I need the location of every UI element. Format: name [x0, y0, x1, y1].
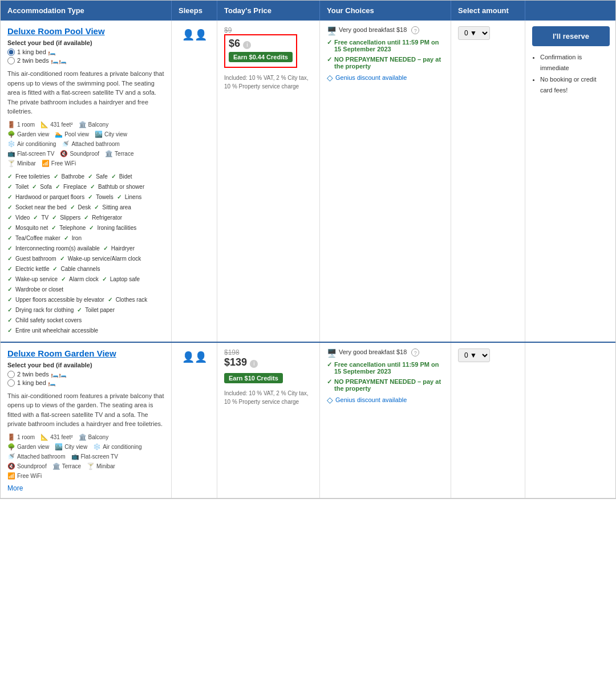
room-info-garden: Deluxe Room Garden View Select your bed …	[1, 343, 172, 498]
earn-badge-garden: Earn $10 Credits	[224, 373, 283, 383]
bed-label-king: 1 king bed 🛏️	[17, 48, 56, 56]
feature-line-6: ✓Mosquito net ✓Telephone ✓Ironing facili…	[7, 223, 164, 233]
select-amount-pool: 0 ▼ 1 2 3	[451, 21, 525, 342]
bed-radio-king-garden[interactable]	[7, 379, 15, 387]
amenity-tv-g: 📺Flat-screen TV	[71, 453, 118, 460]
cancellation-choice-pool: ✓ Free cancellation until 11:59 PM on 15…	[327, 39, 444, 52]
sleeps-icon-garden: 👤👤	[182, 351, 207, 363]
price-pool: $9 $6 i Earn $0.44 Credits Included: 10 …	[217, 21, 320, 342]
room-row-deluxe-pool: Deluxe Room Pool View Select your bed (i…	[1, 21, 615, 343]
feature-line-8: ✓Interconnecting room(s) available ✓Hair…	[7, 244, 164, 254]
bed-select-label-garden: Select your bed (if available)	[7, 362, 164, 368]
bed-option-king-garden: 1 king bed 🛏️	[7, 379, 164, 387]
breakfast-icon: 🖥️	[327, 26, 337, 35]
room-description-pool: This air-conditioned room features a pri…	[7, 69, 164, 116]
no-prepayment-label-pool: NO PREPAYMENT NEEDED – pay at the proper…	[334, 56, 444, 70]
no-prepayment-check-icon-g: ✓	[327, 378, 332, 386]
header-sleeps: Sleeps	[172, 1, 217, 21]
amenity-tv: 📺Flat-screen TV	[7, 150, 54, 157]
breakfast-info-icon[interactable]: ?	[411, 26, 419, 34]
feature-line-11: ✓Wake-up service ✓Alarm clock ✓Laptop sa…	[7, 274, 164, 285]
amenities-row5-pool: 🍸Minibar 📶Free WiFi	[7, 160, 164, 167]
amenities-row4-pool: 📺Flat-screen TV 🔇Soundproof 🏛️Terrace	[7, 150, 164, 157]
cancellation-check-icon: ✓	[327, 39, 332, 46]
feature-line-7: ✓Tea/Coffee maker ✓Iron	[7, 233, 164, 244]
amenity-size: 📐431 feet²	[40, 121, 72, 128]
amenity-soundproof-g: 🔇Soundproof	[7, 463, 47, 470]
breakfast-icon-g: 🖥️	[327, 348, 337, 358]
amenities-row1-pool: 🚪1 room 📐431 feet² 🏛️Balcony	[7, 121, 164, 128]
choices-pool: 🖥️ Very good breakfast $18 ? ✓ Free canc…	[320, 21, 451, 342]
bed-select-label-pool: Select your bed (if available)	[7, 39, 164, 46]
price-info-icon-pool[interactable]: i	[243, 41, 251, 49]
reserve-col-pool: I'll reserve Confirmation is immediate N…	[525, 21, 616, 342]
room-row-deluxe-garden: Deluxe Room Garden View Select your bed …	[1, 343, 615, 498]
price-garden: $198 $139 i Earn $10 Credits Included: 1…	[217, 343, 320, 498]
table-header: Accommodation Type Sleeps Today's Price …	[1, 1, 615, 21]
reserve-note-1: Confirmation is immediate	[540, 52, 610, 73]
price-notes-pool: Included: 10 % VAT, 2 % City tax, 10 % P…	[224, 74, 313, 91]
reserve-button-pool[interactable]: I'll reserve	[532, 26, 610, 46]
amenity-pool-view: 🏊Pool view	[55, 131, 89, 138]
breakfast-info-icon-g[interactable]: ?	[411, 348, 419, 356]
amount-dropdown-garden[interactable]: 0 ▼ 1 2 3	[458, 348, 490, 362]
amenity-city-view-g: 🏙️City view	[55, 443, 87, 451]
feature-line-5: ✓Video ✓TV ✓Slippers ✓Refrigerator	[7, 213, 164, 223]
amenity-room-g: 🚪1 room	[7, 433, 35, 441]
amenity-ac: ❄️Air conditioning	[7, 140, 56, 148]
no-prepayment-label-garden: NO PREPAYMENT NEEDED – pay at the proper…	[334, 378, 444, 392]
header-select: Select amount	[451, 1, 525, 21]
amenity-minibar-g: 🍸Minibar	[87, 463, 115, 470]
choices-garden: 🖥️ Very good breakfast $18 ? ✓ Free canc…	[320, 343, 451, 498]
bed-label-twin: 2 twin beds 🛏️🛏️	[17, 57, 67, 64]
amenities-row1-garden: 🚪1 room 📐431 feet² 🏛️Balcony	[7, 433, 164, 441]
feature-line-2: ✓Toilet ✓Sofa ✓Fireplace ✓Bathtub or sho…	[7, 182, 164, 192]
room-title-pool[interactable]: Deluxe Room Pool View	[7, 26, 164, 36]
feature-line-13: ✓Upper floors accessible by elevator ✓Cl…	[7, 295, 164, 305]
price-current-garden: $139	[224, 356, 247, 368]
amenities-row2-pool: 🌳Garden view 🏊Pool view 🏙️City view	[7, 131, 164, 138]
cancellation-label-garden: Free cancellation until 11:59 PM on 15 S…	[334, 361, 444, 375]
select-amount-garden: 0 ▼ 1 2 3	[451, 343, 525, 498]
amenities-row3-garden: 🚿Attached bathroom 📺Flat-screen TV	[7, 453, 164, 460]
feature-line-15: ✓Child safety socket covers	[7, 315, 164, 326]
room-info-pool: Deluxe Room Pool View Select your bed (i…	[1, 21, 172, 342]
header-action	[525, 1, 616, 21]
amenity-wifi-g: 📶Free WiFi	[7, 472, 42, 480]
amenity-minibar: 🍸Minibar	[7, 160, 36, 167]
bed-option-king: 1 king bed 🛏️	[7, 48, 164, 56]
features-pool: ✓Free toiletries ✓Bathrobe ✓Safe ✓Bidet …	[7, 172, 164, 336]
amenity-room: 🚪1 room	[7, 121, 35, 128]
feature-line-9: ✓Guest bathroom ✓Wake-up service/Alarm c…	[7, 254, 164, 264]
genius-diamond-icon-g: ◇	[327, 395, 333, 404]
amenity-city-view: 🏙️City view	[95, 131, 127, 138]
amenities-row3-pool: ❄️Air conditioning 🚿Attached bathroom	[7, 140, 164, 148]
price-box-pool: $6 i Earn $0.44 Credits	[224, 34, 297, 68]
amenity-balcony-g: 🏛️Balcony	[79, 433, 109, 441]
bed-radio-twin[interactable]	[7, 57, 15, 64]
feature-line-10: ✓Electric kettle ✓Cable channels	[7, 264, 164, 274]
amenities-row4-garden: 🔇Soundproof 🏛️Terrace 🍸Minibar	[7, 463, 164, 470]
room-description-garden: This air-conditioned room features a pri…	[7, 391, 164, 429]
room-title-garden[interactable]: Deluxe Room Garden View	[7, 348, 164, 358]
feature-line-1: ✓Free toiletries ✓Bathrobe ✓Safe ✓Bidet	[7, 172, 164, 182]
no-prepayment-check-icon: ✓	[327, 56, 332, 63]
amenity-garden-view: 🌳Garden view	[7, 131, 49, 138]
reserve-col-garden	[525, 343, 616, 498]
cancellation-check-icon-g: ✓	[327, 361, 332, 368]
amenities-row5-garden: 📶Free WiFi	[7, 472, 164, 480]
price-info-icon-garden[interactable]: i	[250, 360, 258, 368]
price-notes-garden: Included: 10 % VAT, 2 % City tax, 10 % P…	[224, 389, 313, 406]
header-price: Today's Price	[217, 1, 320, 21]
more-link-garden[interactable]: More	[7, 484, 23, 492]
amenity-wifi: 📶Free WiFi	[42, 160, 76, 167]
sleeps-garden: 👤👤	[172, 343, 217, 498]
bed-radio-twin-garden[interactable]	[7, 371, 15, 378]
bed-radio-king[interactable]	[7, 48, 15, 56]
cancellation-label-pool: Free cancellation until 11:59 PM on 15 S…	[334, 39, 444, 52]
amenity-bathroom: 🚿Attached bathroom	[62, 140, 120, 148]
amount-dropdown-pool[interactable]: 0 ▼ 1 2 3	[458, 26, 490, 40]
header-accommodation-type: Accommodation Type	[1, 1, 172, 21]
genius-label-pool: Genius discount available	[335, 74, 407, 81]
genius-label-garden: Genius discount available	[335, 396, 407, 403]
